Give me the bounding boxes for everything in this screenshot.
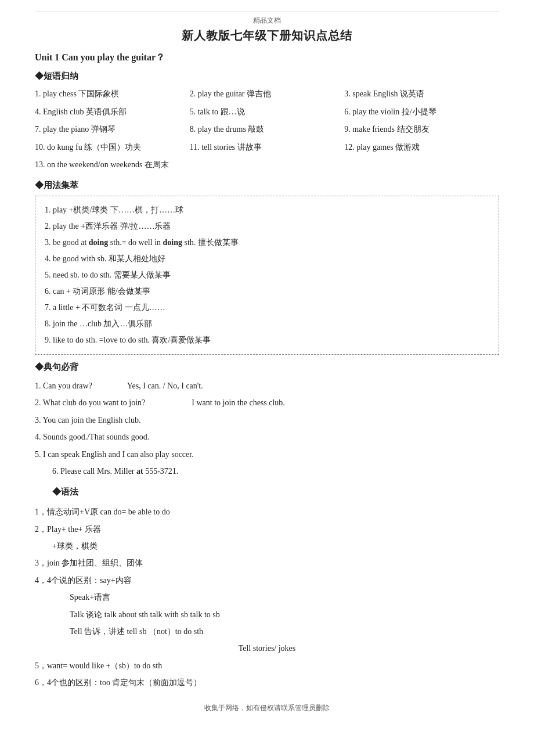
sentences-section: 1. Can you draw? Yes, I can. / No, I can… (35, 377, 499, 480)
grammar-item-6: 6，4个也的区别：too 肯定句末（前面加逗号） (35, 674, 499, 691)
usage-item-8: 8. join the …club 加入…俱乐部 (45, 316, 489, 332)
unit-title: Unit 1 Can you play the guitar？ (35, 52, 499, 64)
vocab-grid: 1. play chess 下国际象棋 2. play the guitar 弹… (35, 87, 499, 173)
grammar-section-title: ◆语法 (35, 487, 499, 498)
vocab-item-2: 2. play the guitar 弹吉他 (190, 87, 345, 102)
vocab-item-1: 1. play chess 下国际象棋 (35, 87, 190, 102)
sentence-q2: 2. What club do you want to join? (35, 394, 145, 411)
grammar-item-5: 5，want= would like +（sb）to do sth (35, 657, 499, 674)
usage-item-5: 5. need sb. to do sth. 需要某人做某事 (45, 267, 489, 283)
usage-item-6: 6. can + 动词原形 能/会做某事 (45, 283, 489, 300)
vocab-item-10: 10. do kung fu 练（中国）功夫 (35, 140, 190, 156)
vocab-item-13: 13. on the weekend/on weekends 在周末 (35, 157, 499, 173)
top-label: 精品文档 (35, 16, 499, 26)
vocab-item-12: 12. play games 做游戏 (344, 140, 499, 156)
usage-item-4: 4. be good with sb. 和某人相处地好 (45, 251, 489, 267)
sentence-item-4: 4. Sounds good./That sounds good. (35, 429, 499, 445)
usage-section-title: ◆用法集萃 (35, 180, 499, 191)
usage-box: 1. play +棋类/球类 下……棋，打……球 2. play the +西洋… (35, 196, 499, 355)
grammar-item-4: 4，4个说的区别：say+内容 (35, 572, 499, 589)
vocab-item-9: 9. make friends 结交朋友 (344, 122, 499, 138)
usage-item-9: 9. like to do sth. =love to do sth. 喜欢/喜… (45, 332, 489, 348)
vocab-section-title: ◆短语归纳 (35, 71, 499, 82)
grammar-item-1: 1，情态动词+V原 can do= be able to do (35, 503, 499, 520)
sentence-a1: Yes, I can. / No, I can't. (127, 377, 203, 394)
usage-item-2: 2. play the +西洋乐器 弹/拉……乐器 (45, 218, 489, 235)
grammar-sub-tellstories: Tell stories/ jokes (35, 640, 499, 657)
vocab-item-7: 7. play the piano 弹钢琴 (35, 122, 190, 138)
sentence-item-1: 1. Can you draw? Yes, I can. / No, I can… (35, 377, 499, 394)
sentence-item-3: 3. You can join the English club. (35, 412, 499, 429)
sentence-q1: 1. Can you draw? (35, 377, 92, 394)
sentence-a2: I want to join the chess club. (192, 394, 285, 411)
sentence-item-2: 2. What club do you want to join? I want… (35, 394, 499, 411)
vocab-item-8: 8. play the drums 敲鼓 (190, 122, 345, 138)
vocab-item-3: 3. speak English 说英语 (344, 87, 499, 102)
vocab-item-4: 4. English club 英语俱乐部 (35, 105, 190, 120)
main-title: 新人教版七年级下册知识点总结 (35, 28, 499, 44)
vocab-item-6: 6. play the violin 拉/小提琴 (344, 105, 499, 120)
sentences-section-title: ◆典句必背 (35, 362, 499, 373)
grammar-sub-1: +球类，棋类 (35, 538, 499, 555)
footer-note: 收集于网络，如有侵权请联系管理员删除 (35, 703, 499, 713)
grammar-sub-tell: Tell 告诉，讲述 tell sb （not）to do sth (35, 623, 499, 640)
usage-item-7: 7. a little + 不可数名词 一点儿…… (45, 300, 489, 316)
grammar-sub-speak: Speak+语言 (35, 589, 499, 606)
grammar-item-3: 3，join 参加社团、组织、团体 (35, 555, 499, 571)
sentence-item-5: 5. I can speak English and I can also pl… (35, 446, 499, 463)
grammar-section: 1，情态动词+V原 can do= be able to do 2，Play+ … (35, 503, 499, 691)
sentence-item-6: 6. Please call Mrs. Miller at 555-3721. (35, 463, 499, 480)
usage-item-3: 3. be good at doing sth.= do well in doi… (45, 235, 489, 251)
vocab-item-5: 5. talk to 跟…说 (190, 105, 345, 120)
vocab-item-11: 11. tell stories 讲故事 (190, 140, 345, 156)
grammar-sub-talk: Talk 谈论 talk about sth talk with sb talk… (35, 606, 499, 623)
usage-item-1: 1. play +棋类/球类 下……棋，打……球 (45, 202, 489, 218)
grammar-item-2: 2，Play+ the+ 乐器 (35, 521, 499, 538)
